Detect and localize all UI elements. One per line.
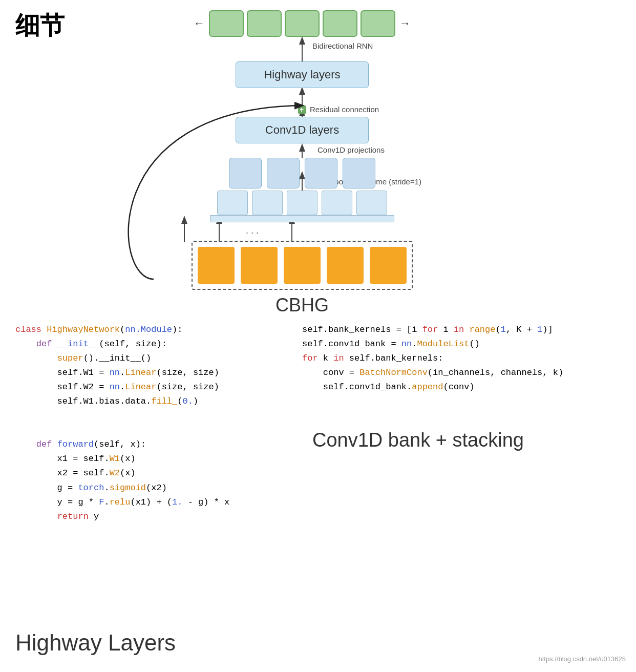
url-label: https://blog.csdn.net/u013625: [538, 655, 626, 663]
code-line: def forward(self, x):: [15, 437, 282, 452]
code-line: self.bank_kernels = [i for i in range(1,…: [302, 323, 626, 337]
proj-blocks-row: [229, 158, 375, 188]
maxpool-block: [217, 191, 248, 215]
code-line: x1 = self.W1(x): [15, 452, 282, 466]
code-line: self.W2 = nn.Linear(size, size): [15, 380, 282, 394]
code-block-left: class HighwayNetwork(nn.Module): def __i…: [0, 312, 292, 534]
maxpool-block: [252, 191, 283, 215]
code-line: class HighwayNetwork(nn.Module):: [15, 323, 282, 337]
conv1d-box-label: Conv1D layers: [265, 123, 339, 137]
svg-text:Residual connection: Residual connection: [310, 105, 379, 114]
code-line: self.conv1d_bank = nn.ModuleList(): [302, 337, 626, 351]
code-section: class HighwayNetwork(nn.Module): def __i…: [0, 312, 636, 534]
rnn-block: [209, 10, 244, 37]
rnn-row: ← →: [193, 10, 412, 37]
chinese-label: 细节: [15, 9, 65, 42]
orange-block: [198, 247, 235, 284]
svg-text:· · ·: · · ·: [246, 227, 259, 238]
code-line: def __init__(self, size):: [15, 337, 282, 351]
highway-box-label: Highway layers: [264, 68, 340, 81]
conv1d-bank-title: Conv1D bank + stacking: [312, 424, 626, 456]
rnn-block: [247, 10, 282, 37]
rnn-block: [323, 10, 357, 37]
orange-block: [284, 247, 321, 284]
proj-block: [343, 158, 375, 188]
maxpool-block: [356, 191, 387, 215]
code-line: g = torch.sigmoid(x2): [15, 481, 282, 495]
highway-box: Highway layers: [236, 61, 369, 88]
orange-blocks-row: [192, 241, 413, 290]
bank-bar: [210, 215, 394, 222]
maxpool-block: [287, 191, 317, 215]
left-arrow-icon: ←: [194, 17, 205, 30]
maxpool-blocks-row: [217, 191, 387, 215]
rnn-block: [285, 10, 320, 37]
maxpool-block: [322, 191, 352, 215]
conv1d-box: Conv1D layers: [236, 117, 369, 143]
proj-block: [305, 158, 337, 188]
diagram-area: · · · Max-pool along time (stride=1) Con…: [82, 5, 522, 307]
code-line: self.W1.bias.data.fill_(0.): [15, 394, 282, 409]
code-line: for k in self.bank_kernels:: [302, 351, 626, 366]
svg-text:Bidirectional RNN: Bidirectional RNN: [312, 41, 373, 50]
code-line: x2 = self.W2(x): [15, 466, 282, 480]
orange-block: [370, 247, 407, 284]
orange-block: [327, 247, 364, 284]
svg-rect-10: [298, 106, 306, 114]
orange-block: [241, 247, 278, 284]
code-line: super().__init__(): [15, 351, 282, 366]
code-line: self.W1 = nn.Linear(size, size): [15, 366, 282, 380]
code-line: y = g * F.relu(x1) + (1. - g) * x: [15, 495, 282, 510]
code-line: self.conv1d_bank.append(conv): [302, 380, 626, 394]
code-block-right: self.bank_kernels = [i for i in range(1,…: [292, 312, 636, 534]
code-line: conv = BatchNormConv(in_channels, channe…: [302, 366, 626, 380]
proj-block: [229, 158, 262, 188]
rnn-block: [361, 10, 395, 37]
proj-block: [267, 158, 300, 188]
svg-text:+: +: [300, 106, 304, 114]
code-line: return y: [15, 510, 282, 524]
svg-text:Conv1D projections: Conv1D projections: [317, 145, 385, 154]
highway-layers-title: Highway Layers: [15, 630, 176, 656]
right-arrow-icon: →: [399, 17, 411, 30]
